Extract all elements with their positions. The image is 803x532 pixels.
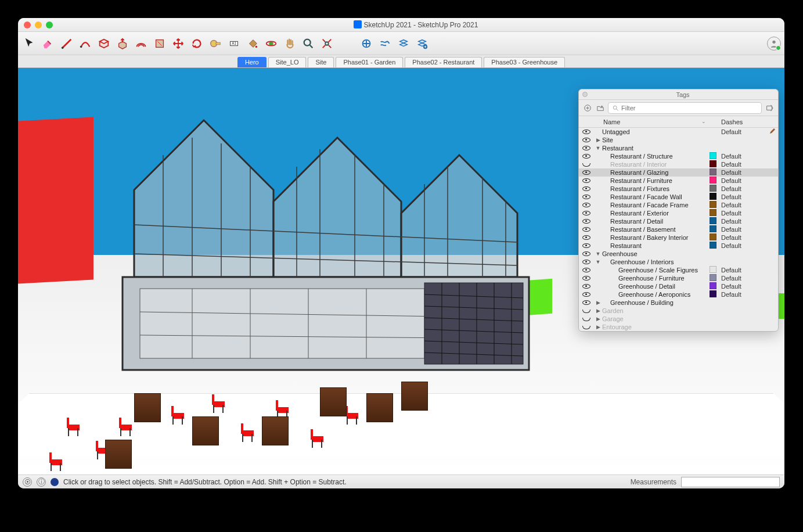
tag-row[interactable]: Restaurant / DetailDefault: [579, 217, 778, 225]
tag-row[interactable]: Restaurant / Facade FrameDefault: [579, 201, 778, 209]
tag-name[interactable]: Greenhouse / Furniture: [602, 275, 710, 282]
offset-tool[interactable]: [133, 35, 149, 52]
paintbucket-tool[interactable]: [244, 35, 261, 52]
sort-icon[interactable]: ⌄: [701, 118, 706, 124]
tag-dashes[interactable]: Default: [718, 291, 766, 298]
orbit-tool[interactable]: [263, 35, 279, 52]
scene-tab-phase03-greenhouse[interactable]: Phase03 - Greenhouse: [484, 57, 565, 67]
tag-dashes[interactable]: Default: [718, 226, 766, 233]
eye-open-icon[interactable]: [582, 211, 590, 215]
close-button[interactable]: [24, 21, 31, 28]
eye-open-icon[interactable]: [582, 243, 590, 248]
tag-dashes[interactable]: Default: [718, 218, 766, 225]
expand-toggle[interactable]: ▶: [594, 324, 602, 330]
tag-dashes[interactable]: Default: [718, 275, 766, 282]
tag-row[interactable]: ▼Restaurant: [579, 144, 778, 152]
eye-open-icon[interactable]: [582, 195, 590, 199]
tag-row[interactable]: ▶Garage: [579, 315, 778, 323]
arc-tool[interactable]: [77, 35, 93, 52]
extension-tool-2[interactable]: [377, 35, 393, 52]
maximize-button[interactable]: [46, 21, 53, 28]
tags-header-row[interactable]: Name⌄ Dashes: [579, 116, 778, 128]
tag-name[interactable]: Restaurant: [602, 145, 710, 152]
tag-name[interactable]: Restaurant / Glazing: [602, 169, 710, 176]
expand-toggle[interactable]: ▶: [594, 308, 602, 314]
tag-color-swatch[interactable]: [710, 290, 716, 297]
tag-dashes[interactable]: Default: [718, 242, 766, 249]
eraser-tool[interactable]: [40, 35, 56, 52]
tag-name[interactable]: Garden: [602, 307, 710, 314]
measurements-input[interactable]: [681, 477, 780, 487]
eye-closed-icon[interactable]: [582, 310, 590, 313]
tag-row[interactable]: Greenhouse / Scale FiguresDefault: [579, 266, 778, 274]
pushpull-tool[interactable]: [114, 35, 131, 52]
tag-name[interactable]: Greenhouse / Building: [602, 299, 710, 306]
rectangle-tool[interactable]: [96, 35, 112, 52]
tags-list[interactable]: UntaggedDefault▶Site▼RestaurantRestauran…: [579, 128, 778, 331]
eye-open-icon[interactable]: [582, 292, 590, 297]
line-tool[interactable]: [59, 35, 75, 52]
eye-open-icon[interactable]: [582, 260, 590, 264]
eye-open-icon[interactable]: [582, 186, 590, 191]
account-button[interactable]: [767, 37, 781, 51]
tag-name[interactable]: Entourage: [602, 323, 710, 330]
tag-name[interactable]: Restaurant / Detail: [602, 218, 710, 225]
eye-open-icon[interactable]: [582, 251, 590, 256]
eye-open-icon[interactable]: [582, 146, 590, 150]
tag-row[interactable]: ▶Site: [579, 136, 778, 144]
tag-name[interactable]: Greenhouse / Aeroponics: [602, 291, 710, 298]
move-tool[interactable]: [170, 35, 186, 52]
eye-closed-icon[interactable]: [582, 163, 590, 167]
extension-tool-3[interactable]: [395, 35, 412, 52]
tag-color-swatch[interactable]: [710, 242, 716, 249]
tag-row[interactable]: Restaurant / ExteriorDefault: [579, 209, 778, 217]
tag-row[interactable]: ▶Garden: [579, 307, 778, 315]
tag-name[interactable]: Site: [602, 136, 710, 143]
scene-tab-phase02-restaurant[interactable]: Phase02 - Restaurant: [405, 57, 482, 67]
tag-row[interactable]: Greenhouse / AeroponicsDefault: [579, 290, 778, 299]
tag-dashes[interactable]: Default: [718, 153, 766, 160]
eye-closed-icon[interactable]: [582, 318, 590, 321]
tags-panel[interactable]: Tags Name⌄ Dashes UntaggedDefault▶Site▼R…: [578, 89, 779, 332]
tag-color-swatch[interactable]: [710, 233, 716, 240]
eye-open-icon[interactable]: [582, 276, 590, 281]
tag-name[interactable]: Greenhouse / Scale Figures: [602, 267, 710, 274]
eye-open-icon[interactable]: [582, 154, 590, 159]
zoom-extents-tool[interactable]: [319, 35, 335, 52]
tag-color-swatch[interactable]: [710, 168, 716, 175]
dimension-tool[interactable]: A1: [226, 35, 242, 52]
credits-icon[interactable]: ⓘ: [37, 477, 46, 487]
tag-color-swatch[interactable]: [710, 282, 716, 289]
tag-row[interactable]: ▼Greenhouse / Interiors: [579, 258, 778, 266]
tag-name[interactable]: Greenhouse / Detail: [602, 283, 710, 290]
tag-dashes[interactable]: Default: [718, 210, 766, 217]
pan-tool[interactable]: [282, 35, 298, 52]
tag-color-swatch[interactable]: [710, 177, 716, 184]
tag-name[interactable]: Garage: [602, 315, 710, 322]
tag-color-swatch[interactable]: [710, 152, 716, 159]
tag-color-swatch[interactable]: [710, 209, 716, 216]
eye-open-icon[interactable]: [582, 235, 590, 240]
eye-open-icon[interactable]: [582, 130, 590, 134]
tag-name[interactable]: Restaurant: [602, 242, 710, 249]
minimize-button[interactable]: [35, 21, 42, 28]
rotate-tool[interactable]: [189, 35, 205, 52]
tags-panel-titlebar[interactable]: Tags: [579, 89, 778, 100]
model-info-icon[interactable]: [51, 478, 59, 486]
scene-tab-site-lo[interactable]: Site_LO: [268, 57, 307, 67]
expand-toggle[interactable]: ▶: [594, 137, 602, 143]
tag-dashes[interactable]: Default: [718, 177, 766, 184]
eye-open-icon[interactable]: [582, 300, 590, 305]
tag-color-swatch[interactable]: [710, 160, 716, 167]
add-tag-folder-button[interactable]: [595, 103, 606, 113]
tag-dashes[interactable]: Default: [718, 283, 766, 290]
tag-name[interactable]: Restaurant / Bakery Interior: [602, 234, 710, 241]
eye-closed-icon[interactable]: [582, 326, 590, 329]
tag-dashes[interactable]: Default: [718, 185, 766, 192]
tag-color-swatch[interactable]: [710, 185, 716, 192]
tag-row[interactable]: ▶Greenhouse / Building: [579, 299, 778, 307]
tag-color-swatch[interactable]: [710, 274, 716, 281]
tag-dashes[interactable]: Default: [718, 267, 766, 274]
tag-name[interactable]: Restaurant / Exterior: [602, 210, 710, 217]
tag-name[interactable]: Restaurant / Furniture: [602, 177, 710, 184]
